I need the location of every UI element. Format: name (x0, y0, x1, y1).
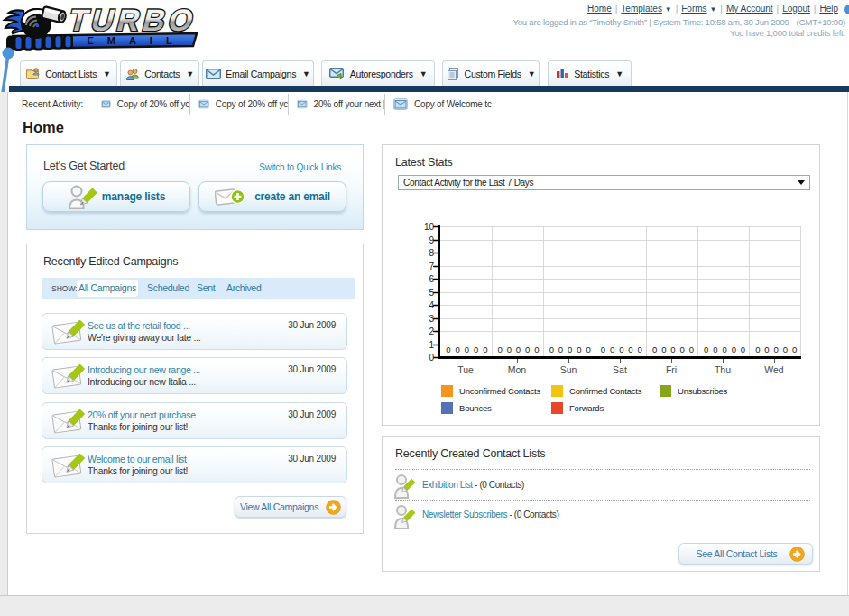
svg-text:0: 0 (704, 345, 708, 354)
svg-text:0: 0 (610, 345, 614, 354)
svg-text:Sat: Sat (613, 364, 627, 375)
svg-text:0: 0 (534, 345, 539, 354)
svg-text:0: 0 (446, 345, 450, 354)
svg-text:0: 0 (792, 345, 797, 354)
svg-text:0: 0 (568, 345, 572, 354)
svg-text:0: 0 (429, 353, 434, 363)
svg-text:Sun: Sun (560, 364, 577, 375)
svg-text:0: 0 (638, 345, 642, 354)
svg-text:0: 0 (661, 345, 666, 354)
svg-text:7: 7 (429, 262, 434, 271)
svg-text:0: 0 (628, 345, 632, 354)
svg-text:9: 9 (429, 235, 434, 245)
svg-text:0: 0 (670, 345, 675, 354)
svg-text:4: 4 (429, 300, 434, 310)
svg-text:Mon: Mon (508, 364, 527, 375)
svg-text:Tue: Tue (457, 364, 474, 375)
svg-text:0: 0 (549, 345, 554, 354)
svg-text:0: 0 (586, 345, 590, 354)
svg-text:0: 0 (483, 345, 487, 354)
svg-text:Wed: Wed (764, 364, 784, 375)
svg-text:0: 0 (689, 345, 694, 354)
svg-text:0: 0 (474, 345, 478, 354)
svg-text:Thu: Thu (715, 364, 731, 375)
svg-text:Fri: Fri (666, 364, 677, 375)
svg-text:Confirmed Contacts: Confirmed Contacts (569, 386, 642, 396)
svg-text:5: 5 (429, 288, 434, 298)
svg-text:0: 0 (619, 345, 623, 354)
svg-text:0: 0 (741, 345, 745, 354)
svg-text:0: 0 (516, 345, 521, 354)
svg-text:0: 0 (783, 345, 788, 354)
svg-text:0: 0 (465, 345, 469, 354)
svg-text:0: 0 (525, 345, 530, 354)
svg-text:0: 0 (507, 345, 512, 354)
svg-text:2: 2 (429, 326, 434, 336)
svg-text:Bounces: Bounces (459, 403, 492, 413)
svg-text:8: 8 (429, 248, 434, 258)
svg-text:0: 0 (713, 345, 717, 354)
svg-text:0: 0 (652, 345, 657, 354)
svg-text:0: 0 (456, 345, 460, 354)
svg-text:0: 0 (558, 345, 563, 354)
svg-text:0: 0 (755, 345, 760, 354)
svg-text:0: 0 (601, 345, 605, 354)
svg-text:0: 0 (577, 345, 581, 354)
svg-text:Unconfirmed Contacts: Unconfirmed Contacts (459, 386, 540, 396)
svg-text:0: 0 (497, 345, 502, 354)
svg-text:3: 3 (429, 314, 434, 324)
svg-text:1: 1 (429, 340, 434, 350)
svg-text:0: 0 (774, 345, 779, 354)
svg-text:0: 0 (732, 345, 736, 354)
svg-text:0: 0 (680, 345, 685, 354)
svg-text:10: 10 (424, 222, 435, 232)
svg-text:Forwards: Forwards (569, 403, 604, 413)
svg-text:6: 6 (429, 274, 434, 284)
svg-text:0: 0 (722, 345, 726, 354)
svg-text:0: 0 (764, 345, 769, 354)
svg-text:Unsubscribes: Unsubscribes (678, 386, 728, 396)
